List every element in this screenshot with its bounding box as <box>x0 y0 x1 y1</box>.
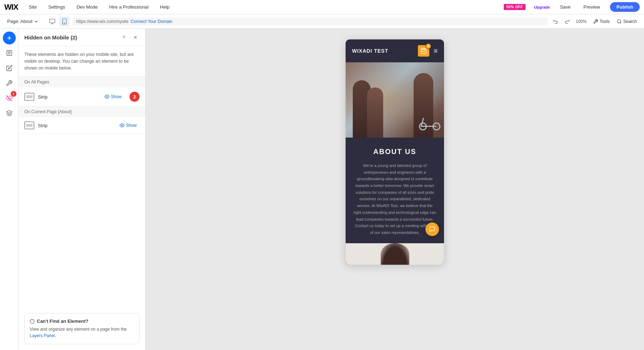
svg-marker-11 <box>6 111 12 114</box>
wix-logo: WIX <box>4 3 18 12</box>
badge-number: 2 <box>130 92 140 102</box>
blog-icon-button[interactable] <box>3 47 16 59</box>
strip-item-all-pages: Strip Show 2 <box>19 87 145 106</box>
strip-label-1: Strip <box>38 94 98 100</box>
undo-button[interactable] <box>551 16 561 27</box>
page-selector[interactable]: Page: About <box>4 17 41 25</box>
cart-badge: 0 <box>425 43 431 49</box>
mobile-device-btn[interactable] <box>59 16 70 27</box>
top-nav: WIX Site Settings Dev Mode Hire a Profes… <box>0 0 644 14</box>
nav-controls: 100% Tools Search <box>551 16 640 27</box>
layers-icon-button[interactable] <box>3 107 16 120</box>
search-button[interactable]: Search <box>614 18 640 25</box>
about-description: We're a young and talented group of entr… <box>353 162 437 236</box>
info-icon <box>30 319 35 324</box>
phone-footer <box>346 243 444 265</box>
zoom-level: 100% <box>574 19 589 24</box>
discount-badge: 50% OFF <box>504 4 525 10</box>
add-elements-button[interactable] <box>3 32 16 44</box>
sidebar-icons: 1 <box>0 29 19 350</box>
hamburger-menu[interactable]: ≡ <box>434 47 438 55</box>
edit-icon-button[interactable] <box>3 62 16 75</box>
strip-icon-1 <box>24 93 34 101</box>
nav-site[interactable]: Site <box>27 3 39 11</box>
strip-label-2: Strip <box>38 123 113 128</box>
show-button-2[interactable]: Show <box>117 121 140 129</box>
strip-icon-2 <box>24 121 34 129</box>
cant-find-desc: View and organize any element on a page … <box>30 326 134 339</box>
cant-find-title: Can't Find an Element? <box>30 318 134 324</box>
section-all-pages: On All Pages <box>19 77 145 87</box>
tools-button[interactable]: Tools <box>590 18 613 25</box>
svg-rect-0 <box>49 19 55 23</box>
phone-logo: WIXADI TEST <box>352 48 388 54</box>
strip-icon-inner-1 <box>26 95 33 98</box>
section-current-page: On Current Page [About] <box>19 106 145 117</box>
svg-point-2 <box>64 23 65 23</box>
url-text: https://www.wix.com/mysite <box>76 19 128 24</box>
second-nav: Page: About https://www.wix.com/mysite C… <box>0 14 644 29</box>
svg-point-3 <box>618 19 621 23</box>
desktop-device-btn[interactable] <box>47 16 58 27</box>
upgrade-button[interactable]: Upgrade <box>534 5 550 9</box>
panel-close-button[interactable]: ✕ <box>131 33 140 42</box>
panel-description: These elements are hidden on your mobile… <box>19 46 145 77</box>
strip-item-current-page: Strip Show <box>19 117 145 134</box>
url-bar[interactable]: https://www.wix.com/mysite Connect Your … <box>73 18 548 25</box>
svg-point-12 <box>106 96 108 98</box>
panel-header: Hidden on Mobile (2) ? ✕ <box>19 29 145 46</box>
connect-domain-link[interactable]: Connect Your Domain <box>131 19 172 24</box>
panel-title: Hidden on Mobile (2) <box>24 34 117 40</box>
nav-settings[interactable]: Settings <box>46 3 67 11</box>
person2-silhouette <box>367 87 383 138</box>
nav-help[interactable]: Help <box>158 3 172 11</box>
show-button-1[interactable]: Show <box>102 93 125 101</box>
device-buttons <box>47 16 70 27</box>
phone-header-right: 0 ≡ <box>418 45 438 57</box>
cart-icon <box>420 48 427 54</box>
chevron-down-icon <box>34 19 38 24</box>
page-selector-label: Page: About <box>7 19 33 24</box>
chat-fab-button[interactable] <box>425 222 439 236</box>
hidden-elements-button[interactable]: 1 <box>3 92 16 105</box>
footer-person-hair <box>381 243 409 265</box>
nav-hire[interactable]: Hire a Professional <box>107 3 151 11</box>
preview-button[interactable]: Preview <box>581 3 603 11</box>
panel-help-button[interactable]: ? <box>119 33 128 42</box>
chat-icon <box>429 226 435 232</box>
phone-header: WIXADI TEST 0 ≡ <box>346 39 444 62</box>
save-button[interactable]: Save <box>557 3 574 11</box>
redo-button[interactable] <box>562 16 572 27</box>
strip-icon-inner-2 <box>26 124 33 127</box>
layers-panel-link[interactable]: Layers Panel. <box>30 333 56 338</box>
hidden-badge: 1 <box>11 91 16 97</box>
main-layout: 1 Hidden on Mobile (2) ? ✕ These element… <box>0 29 644 350</box>
phone-mockup: WIXADI TEST 0 ≡ <box>346 39 444 265</box>
publish-button[interactable]: Publish <box>610 2 640 12</box>
settings-icon-button[interactable] <box>3 77 16 90</box>
nav-devmode[interactable]: Dev Mode <box>74 3 100 11</box>
svg-point-13 <box>121 125 123 126</box>
cart-button[interactable]: 0 <box>418 45 429 57</box>
canvas-area: WIXADI TEST 0 ≡ <box>146 29 644 350</box>
about-title: ABOUT US <box>353 148 437 156</box>
phone-hero-image <box>346 62 444 138</box>
cant-find-box: Can't Find an Element? View and organize… <box>24 313 140 344</box>
bike-decoration <box>419 112 440 130</box>
bike-frame <box>421 118 439 127</box>
hidden-elements-panel: Hidden on Mobile (2) ? ✕ These elements … <box>19 29 146 350</box>
